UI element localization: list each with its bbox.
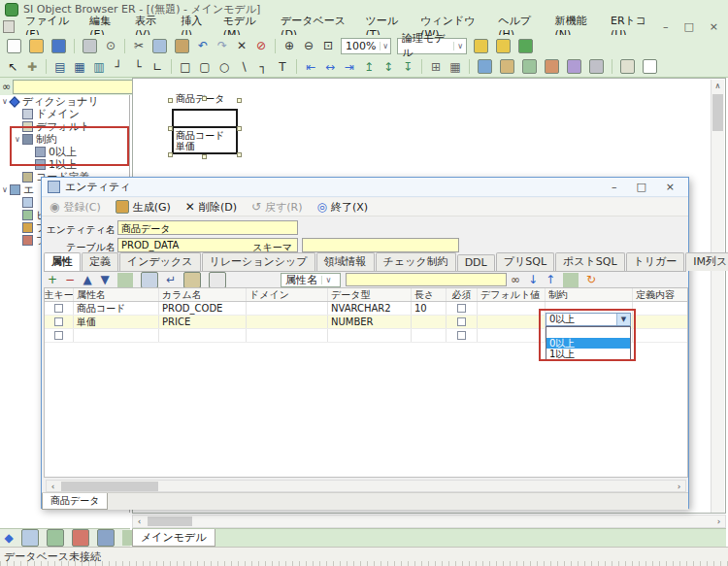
tab-definition[interactable]: 定義 bbox=[82, 252, 118, 271]
db-generate-button[interactable] bbox=[474, 39, 488, 53]
open-button[interactable] bbox=[29, 39, 44, 53]
tree-expand-icon[interactable]: ∨ bbox=[0, 185, 10, 194]
sep-f[interactable] bbox=[612, 59, 612, 74]
model-mode-select[interactable]: 論理モデル ∨ bbox=[397, 38, 467, 54]
mdi-restore-button[interactable]: □ bbox=[683, 20, 693, 33]
entity-name-field[interactable]: 商品データ bbox=[117, 220, 298, 235]
align-left-button[interactable]: ⇤ bbox=[302, 58, 319, 76]
cell-definition[interactable] bbox=[633, 329, 687, 342]
view-tool[interactable]: ▥ bbox=[90, 58, 108, 76]
dialog-horizontal-scrollbar[interactable]: ‹ › bbox=[46, 480, 686, 492]
find-next-button[interactable]: ↓ bbox=[525, 273, 541, 287]
align-center-button[interactable]: ↔ bbox=[321, 58, 339, 76]
dialog-maximize-button[interactable]: □ bbox=[636, 181, 645, 193]
align-middle-button[interactable]: ↕ bbox=[380, 58, 397, 76]
paste-button[interactable] bbox=[175, 39, 189, 53]
cell-column-name[interactable]: PROD_CODE bbox=[159, 302, 247, 315]
move-up-button[interactable]: ▲ bbox=[80, 273, 95, 287]
entity-attribute[interactable]: 商品コード bbox=[176, 130, 224, 141]
ellipse-tool[interactable]: ○ bbox=[215, 58, 233, 76]
required-checkbox[interactable] bbox=[457, 331, 466, 340]
schema-field[interactable] bbox=[302, 238, 459, 252]
entity-tool[interactable]: ▤ bbox=[51, 58, 69, 76]
select-tool[interactable]: ↖ bbox=[4, 58, 21, 76]
required-checkbox[interactable] bbox=[457, 304, 466, 313]
attribute-entity-tool[interactable]: ▦ bbox=[71, 58, 88, 76]
cell-datatype[interactable]: NUMBER bbox=[328, 316, 412, 328]
subtype-button[interactable] bbox=[567, 59, 581, 74]
model-tab-main[interactable]: メインモデル bbox=[132, 529, 215, 547]
text-tool[interactable]: T bbox=[274, 58, 291, 76]
revert-button[interactable]: ↺ 戻す(R) bbox=[251, 200, 303, 215]
view-panel-button[interactable] bbox=[47, 529, 64, 547]
find-prev-button[interactable]: ↑ bbox=[543, 273, 558, 287]
entity-shape[interactable]: 商品コード 単価 bbox=[172, 109, 238, 154]
tab-check-constraints[interactable]: チェック制約 bbox=[376, 252, 456, 271]
exit-button[interactable]: ◎ 終了(X) bbox=[317, 200, 369, 215]
dialog-minimize-button[interactable]: – bbox=[612, 181, 617, 193]
canvas-horizontal-scrollbar[interactable]: ‹ › bbox=[132, 515, 726, 528]
cell-attribute-name[interactable] bbox=[74, 329, 159, 342]
same-size-button[interactable]: ⊞ bbox=[427, 58, 445, 76]
column-header-required[interactable]: 必須 bbox=[447, 288, 478, 301]
column-header-definition[interactable]: 定義内容 bbox=[633, 288, 687, 301]
constraint-option-1-or-more[interactable]: 1以上 bbox=[546, 349, 630, 359]
column-header-length[interactable]: 長さ bbox=[412, 288, 447, 301]
constraint-dropdown[interactable]: 0以上 ▼ bbox=[546, 313, 631, 326]
cell-default[interactable] bbox=[478, 302, 546, 315]
column-header-pk[interactable]: 主キー bbox=[45, 288, 74, 301]
column-header-datatype[interactable]: データ型 bbox=[328, 288, 412, 301]
non-identifying-relation-tool[interactable]: └ bbox=[129, 58, 147, 76]
delete-button[interactable]: ✕ bbox=[233, 37, 250, 54]
align-bottom-button[interactable]: ↧ bbox=[399, 58, 416, 76]
sep-e[interactable] bbox=[469, 59, 470, 74]
constraint-option-blank[interactable] bbox=[546, 327, 630, 338]
sep-a[interactable] bbox=[46, 59, 47, 74]
sep-2[interactable] bbox=[124, 39, 125, 53]
scroll-left-icon[interactable]: ‹ bbox=[47, 482, 59, 491]
cell-length[interactable] bbox=[412, 316, 447, 328]
pk-checkbox[interactable] bbox=[54, 331, 63, 340]
cell-datatype[interactable] bbox=[328, 329, 412, 342]
cell-column-name[interactable] bbox=[159, 329, 247, 342]
move-down-button[interactable]: ▼ bbox=[97, 273, 113, 287]
entity-attribute[interactable]: 単価 bbox=[176, 141, 224, 151]
attribute-search-input[interactable] bbox=[346, 273, 507, 286]
attribute-filter-select[interactable]: 属性名 ∨ bbox=[281, 273, 341, 287]
delete-attr-button[interactable]: ✕ 削除(D) bbox=[185, 200, 237, 215]
copy-attribute-button[interactable] bbox=[141, 272, 158, 288]
required-checkbox[interactable] bbox=[457, 317, 466, 326]
find-button[interactable]: ∞ bbox=[508, 273, 523, 287]
color-button[interactable] bbox=[500, 59, 514, 74]
shape-style-button[interactable] bbox=[478, 59, 492, 74]
cut-button[interactable]: ✂ bbox=[130, 37, 148, 54]
sep-b[interactable] bbox=[171, 59, 172, 74]
cell-column-name[interactable]: PRICE bbox=[159, 316, 247, 328]
zoom-level-select[interactable]: 100% ∨ bbox=[341, 38, 391, 54]
column-header-attribute[interactable]: 属性名 bbox=[74, 288, 159, 301]
register-button[interactable]: ◉ 登録(C) bbox=[50, 200, 101, 215]
zoom-out-button[interactable]: ⊖ bbox=[300, 37, 317, 54]
cell-domain[interactable] bbox=[247, 329, 328, 342]
mdi-minimize-button[interactable]: – bbox=[663, 20, 669, 33]
pk-checkbox[interactable] bbox=[54, 317, 63, 326]
mdi-child-icon[interactable] bbox=[3, 20, 15, 33]
remove-attribute-button[interactable]: − bbox=[62, 273, 78, 287]
zoom-in-button[interactable]: ⊕ bbox=[281, 37, 298, 54]
scroll-right-icon[interactable]: › bbox=[673, 482, 685, 491]
selection-handle[interactable] bbox=[168, 152, 173, 157]
db-import-button[interactable] bbox=[496, 39, 511, 53]
cell-definition[interactable] bbox=[633, 316, 687, 328]
print-preview-button[interactable]: ⊙ bbox=[102, 37, 119, 54]
note-button[interactable] bbox=[545, 59, 559, 74]
column-display-button[interactable] bbox=[209, 272, 226, 288]
db-sync-button[interactable] bbox=[518, 39, 533, 53]
tab-presql[interactable]: プリSQL bbox=[496, 252, 554, 271]
constraint-option-0-or-more[interactable]: 0以上 bbox=[546, 338, 630, 349]
tab-indexes[interactable]: インデックス bbox=[119, 252, 201, 271]
zoom-fit-button[interactable]: ⊡ bbox=[319, 37, 337, 54]
scrollbar-thumb[interactable] bbox=[148, 516, 192, 526]
tab-postsql[interactable]: ポストSQL bbox=[555, 252, 625, 271]
sep-c[interactable] bbox=[296, 59, 297, 74]
pan-tool[interactable]: ✚ bbox=[23, 58, 41, 76]
